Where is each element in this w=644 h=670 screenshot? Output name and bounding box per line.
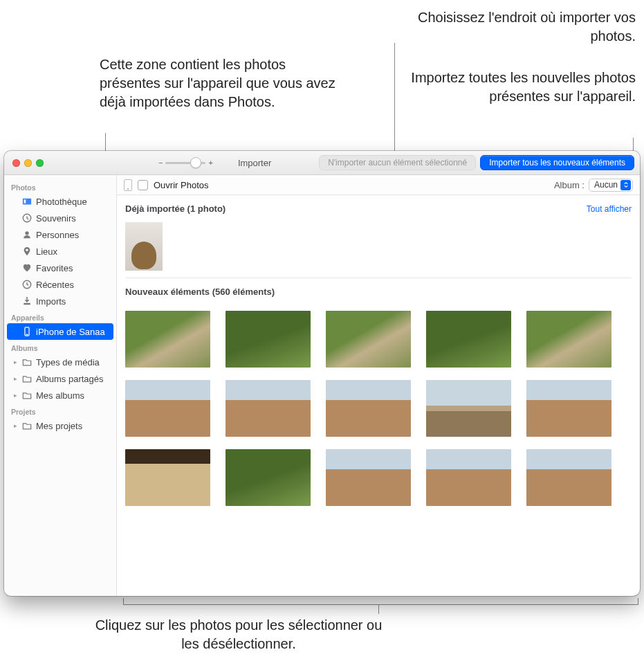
import-icon: [22, 296, 32, 306]
photo-thumb[interactable]: [125, 380, 210, 437]
sidebar-item-label: Mes projets: [36, 421, 82, 431]
titlebar: − + Importer N'importer aucun élément sé…: [4, 151, 640, 175]
callout-import-destination: Choisissez l'endroit où importer vos pho…: [407, 8, 636, 46]
import-all-button[interactable]: Importer tous les nouveaux éléments: [480, 155, 634, 170]
minimize-icon[interactable]: [24, 159, 32, 167]
photo-thumb[interactable]: [125, 311, 210, 368]
memories-icon: [22, 213, 32, 223]
folder-icon: [22, 357, 32, 367]
leader-line: [378, 604, 379, 614]
photo-thumb[interactable]: [426, 311, 511, 368]
sidebar-item-recent[interactable]: Récentes: [7, 276, 113, 293]
sidebar-item-my-projects[interactable]: ▸Mes projets: [7, 417, 113, 434]
places-icon: [22, 246, 32, 256]
svg-rect-6: [24, 303, 30, 305]
device-phone-icon: [124, 179, 132, 191]
slider-thumb[interactable]: [190, 157, 201, 168]
chevron-updown-icon: [620, 180, 631, 190]
sidebar-item-media-types[interactable]: ▸Types de média: [7, 354, 113, 370]
album-select[interactable]: Aucun: [589, 179, 633, 192]
photo-thumb[interactable]: [226, 380, 311, 437]
sidebar-item-label: Imports: [36, 296, 66, 307]
options-bar: Ouvrir Photos Album : Aucun: [117, 175, 640, 195]
sidebar-item-my-albums[interactable]: ▸Mes albums: [7, 387, 113, 404]
section-new-title: Nouveaux éléments (560 éléments): [125, 287, 275, 297]
chevron-right-icon[interactable]: ▸: [12, 375, 18, 382]
leader-line: [638, 598, 638, 604]
photo-thumb[interactable]: [426, 449, 511, 506]
photo-thumb[interactable]: [326, 311, 411, 368]
sidebar-item-imports[interactable]: Imports: [7, 293, 113, 309]
sidebar-item-shared-albums[interactable]: ▸Albums partagés: [7, 370, 113, 387]
sidebar-heading-projects: Projets: [4, 404, 116, 417]
traffic-lights[interactable]: [10, 159, 44, 167]
close-icon[interactable]: [12, 159, 20, 167]
photos-window: − + Importer N'importer aucun élément sé…: [4, 151, 640, 596]
library-icon: [22, 197, 32, 206]
chevron-right-icon[interactable]: ▸: [12, 359, 18, 365]
sidebar: Photos Photothèque Souvenirs Personnes L…: [4, 175, 117, 596]
album-select-value: Aucun: [594, 180, 618, 190]
chevron-right-icon[interactable]: ▸: [12, 422, 18, 429]
zoom-in-icon[interactable]: +: [208, 159, 212, 167]
sidebar-heading-devices: Appareils: [4, 309, 116, 323]
callout-select: Cliquez sur les photos pour les sélectio…: [90, 616, 387, 653]
sidebar-item-label: Souvenirs: [36, 213, 76, 224]
already-imported-thumb[interactable]: [125, 222, 163, 271]
sidebar-heading-albums: Albums: [4, 340, 116, 354]
sidebar-item-label: Photothèque: [36, 197, 87, 207]
folder-icon: [22, 390, 32, 400]
sidebar-item-favorites[interactable]: Favorites: [7, 260, 113, 276]
leader-line: [123, 598, 124, 604]
photo-thumb[interactable]: [326, 380, 411, 437]
sidebar-item-library[interactable]: Photothèque: [7, 193, 113, 210]
callout-already-imported: Cette zone contient les photos présentes…: [100, 55, 349, 111]
sidebar-item-people[interactable]: Personnes: [7, 226, 113, 243]
clock-icon: [22, 280, 32, 289]
album-label: Album :: [554, 180, 585, 190]
content-scroll[interactable]: Déjà importée (1 photo) Tout afficher No…: [117, 195, 640, 596]
callout-import-all: Importez toutes les nouvelles photos pré…: [398, 69, 636, 106]
sidebar-item-label: iPhone de Sanaa: [36, 327, 105, 337]
toolbar-title: Importer: [238, 158, 271, 168]
photo-thumb[interactable]: [125, 449, 210, 506]
sidebar-item-places[interactable]: Lieux: [7, 243, 113, 260]
photo-thumb[interactable]: [326, 449, 411, 506]
zoom-out-icon[interactable]: −: [158, 159, 163, 167]
sidebar-item-label: Lieux: [36, 246, 57, 257]
import-selected-button[interactable]: N'importer aucun élément sélectionné: [319, 155, 476, 170]
iphone-icon: [22, 327, 32, 336]
section-already-title: Déjà importée (1 photo): [125, 203, 226, 214]
sidebar-item-label: Types de média: [36, 357, 100, 368]
photo-thumb[interactable]: [526, 380, 611, 437]
fullscreen-icon[interactable]: [36, 159, 44, 167]
sidebar-item-memories[interactable]: Souvenirs: [7, 210, 113, 226]
main-pane: Ouvrir Photos Album : Aucun Déjà importé…: [117, 175, 640, 596]
sidebar-item-label: Favorites: [36, 263, 73, 273]
sidebar-heading-photos: Photos: [4, 179, 116, 193]
svg-rect-8: [26, 334, 28, 335]
leader-line: [123, 604, 638, 605]
zoom-slider[interactable]: − +: [158, 159, 213, 167]
people-icon: [22, 230, 32, 239]
heart-icon: [22, 263, 32, 273]
open-photos-checkbox[interactable]: [138, 180, 148, 190]
sidebar-item-device[interactable]: iPhone de Sanaa: [7, 323, 113, 340]
folder-icon: [22, 374, 32, 383]
sidebar-item-label: Récentes: [36, 280, 74, 290]
svg-point-3: [25, 231, 28, 235]
photo-thumb[interactable]: [226, 449, 311, 506]
show-all-link[interactable]: Tout afficher: [587, 204, 632, 214]
open-photos-label: Ouvrir Photos: [154, 180, 208, 190]
chevron-right-icon[interactable]: ▸: [12, 392, 18, 399]
folder-icon: [22, 421, 32, 431]
sidebar-item-label: Personnes: [36, 230, 79, 240]
photo-thumb[interactable]: [526, 311, 611, 368]
svg-rect-1: [24, 199, 26, 203]
sidebar-item-label: Albums partagés: [36, 374, 104, 384]
photo-thumb[interactable]: [526, 449, 611, 506]
photo-thumb[interactable]: [226, 311, 311, 368]
photo-thumb[interactable]: [426, 380, 511, 437]
sidebar-item-label: Mes albums: [36, 390, 84, 401]
new-items-grid: [125, 301, 632, 506]
